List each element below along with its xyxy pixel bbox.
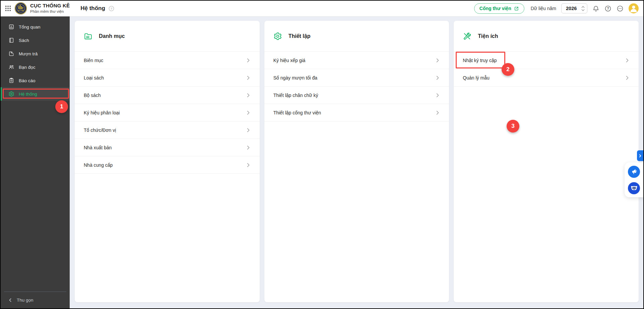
collapse-label: Thu gọn bbox=[17, 298, 34, 303]
chevron-left-icon bbox=[8, 298, 12, 302]
panel-title: Tiện ích bbox=[478, 33, 498, 39]
chevron-right-icon bbox=[435, 93, 440, 98]
more-options-icon[interactable] bbox=[617, 5, 624, 12]
brand-block: CỤC THỐNG KÊ Phần mềm thư viện bbox=[30, 3, 70, 14]
chevron-right-icon bbox=[246, 145, 251, 150]
annotation-step-badge: 1 bbox=[55, 100, 68, 113]
expand-side-drawer-button[interactable] bbox=[637, 150, 643, 161]
list-item[interactable]: Biên mục bbox=[75, 52, 260, 69]
sidebar-item-label: Tổng quan bbox=[19, 24, 41, 30]
chevron-right-icon bbox=[246, 163, 251, 167]
header-right-cluster: Cổng thư viện Dữ liệu năm 2026 bbox=[474, 3, 639, 14]
sidebar-item-label: Mượn trả bbox=[19, 51, 38, 56]
sidebar-menu: Tổng quanSáchMượn trảBạn đọcBáo cáoHệ th… bbox=[1, 16, 70, 101]
chevron-right-icon bbox=[435, 58, 440, 63]
sidebar-item-label: Báo cáo bbox=[19, 78, 36, 83]
panel-danh-muc: Danh mục Biên mụcLoại sáchBộ sáchKý hiệu… bbox=[75, 21, 260, 302]
help-circle-icon[interactable]: ? bbox=[604, 5, 611, 12]
sidebar-item-muon-tra[interactable]: Mượn trả bbox=[1, 47, 70, 60]
readers-icon bbox=[8, 64, 14, 70]
year-value: 2026 bbox=[566, 6, 577, 11]
list-item-label: Tổ chức/Đơn vị bbox=[84, 127, 116, 133]
sidebar-item-label: Hệ thống bbox=[19, 92, 37, 97]
list-item[interactable]: Tổ chức/Đơn vị bbox=[75, 121, 260, 139]
announcements-button[interactable] bbox=[628, 166, 640, 178]
notifications-bell-icon[interactable] bbox=[592, 5, 599, 12]
chevron-right-icon bbox=[246, 93, 251, 98]
list-item[interactable]: Nhà xuất bản bbox=[75, 139, 260, 156]
sidebar-item-tong-quan[interactable]: Tổng quan bbox=[1, 20, 70, 34]
list-item-label: Thiết lập cổng thư viện bbox=[273, 110, 321, 115]
folder-icon bbox=[84, 32, 92, 41]
list-item[interactable]: Thiết lập chân chữ ký bbox=[264, 87, 449, 104]
user-avatar[interactable] bbox=[629, 3, 639, 13]
list-item-label: Số ngày mượn tối đa bbox=[273, 75, 317, 81]
list-item-label: Nhật ký truy cập bbox=[463, 58, 497, 63]
book-icon bbox=[8, 37, 14, 43]
list-item-label: Ký hiệu phân loại bbox=[84, 110, 120, 115]
list-item[interactable]: Loại sách bbox=[75, 69, 260, 87]
list-item[interactable]: Số ngày mượn tối đa bbox=[264, 69, 449, 87]
chevron-right-icon bbox=[246, 75, 251, 80]
panel-thiet-lap: Thiết lập Ký hiệu xếp giáSố ngày mượn tố… bbox=[264, 21, 449, 302]
list-item[interactable]: Nhật ký truy cập bbox=[454, 52, 639, 69]
svg-text:?: ? bbox=[607, 7, 609, 10]
gear-icon bbox=[8, 91, 14, 97]
floating-support-panel bbox=[625, 162, 643, 197]
chevron-right-icon bbox=[435, 75, 440, 80]
megaphone-icon bbox=[630, 168, 638, 175]
svg-text:?: ? bbox=[111, 7, 113, 10]
tools-icon bbox=[463, 32, 471, 41]
panel-list: Ký hiệu xếp giáSố ngày mượn tối đaThiết … bbox=[264, 52, 449, 121]
page-title: Hệ thống bbox=[80, 5, 105, 12]
sidebar-collapse-button[interactable]: Thu gọn bbox=[1, 292, 70, 308]
panel-title: Danh mục bbox=[99, 33, 125, 39]
sidebar-item-label: Sách bbox=[19, 38, 29, 43]
list-item-label: Nhà xuất bản bbox=[84, 145, 112, 150]
list-item-label: Thiết lập chân chữ ký bbox=[273, 93, 318, 98]
list-item[interactable]: Bộ sách bbox=[75, 87, 260, 104]
list-item[interactable]: Nhà cung cấp bbox=[75, 156, 260, 174]
chevron-right-icon bbox=[246, 110, 251, 115]
library-portal-button[interactable]: Cổng thư viện bbox=[474, 3, 524, 14]
panel-list: Biên mụcLoại sáchBộ sáchKý hiệu phân loạ… bbox=[75, 52, 260, 174]
sidebar-item-he-thong[interactable]: Hệ thống bbox=[1, 87, 70, 101]
panel-tien-ich: Tiện ích Nhật ký truy cậpQuản lý mẫu bbox=[454, 21, 639, 302]
year-decrease-button[interactable] bbox=[581, 9, 585, 11]
chevron-right-icon bbox=[638, 154, 642, 158]
brand-subtitle: Phần mềm thư viện bbox=[30, 9, 70, 14]
header-left-cluster: CỤC THỐNG KÊ Phần mềm thư viện Hệ thống … bbox=[4, 2, 115, 15]
sidebar-item-label: Bạn đọc bbox=[19, 65, 36, 70]
panel-header: Danh mục bbox=[75, 21, 260, 52]
list-item[interactable]: Ký hiệu xếp giá bbox=[264, 52, 449, 69]
list-item-label: Bộ sách bbox=[84, 93, 101, 98]
panel-list: Nhật ký truy cậpQuản lý mẫu bbox=[454, 52, 639, 87]
chevron-right-icon bbox=[625, 75, 630, 80]
list-item[interactable]: Quản lý mẫu bbox=[454, 69, 639, 87]
list-item[interactable]: Thiết lập cổng thư viện bbox=[264, 104, 449, 121]
year-input[interactable]: 2026 bbox=[561, 3, 587, 13]
borrow-return-icon bbox=[8, 51, 14, 57]
external-link-icon bbox=[514, 6, 519, 11]
robot-icon bbox=[630, 184, 638, 192]
org-logo bbox=[14, 2, 27, 15]
chatbot-button[interactable] bbox=[628, 182, 640, 194]
list-item-label: Loại sách bbox=[84, 75, 104, 81]
year-increase-button[interactable] bbox=[581, 6, 585, 8]
chevron-right-icon bbox=[246, 128, 251, 133]
app-grid-icon[interactable] bbox=[5, 5, 11, 12]
panel-title: Thiết lập bbox=[288, 33, 311, 39]
sidebar-item-bao-cao[interactable]: Báo cáo bbox=[1, 74, 70, 87]
list-item[interactable]: Ký hiệu phân loại bbox=[75, 104, 260, 121]
list-item-label: Biên mục bbox=[84, 58, 103, 63]
sidebar-item-ban-doc[interactable]: Bạn đọc bbox=[1, 60, 70, 74]
report-icon bbox=[8, 78, 14, 84]
page-help-icon[interactable]: ? bbox=[108, 5, 115, 12]
sidebar-item-sach[interactable]: Sách bbox=[1, 34, 70, 47]
gear-icon bbox=[273, 32, 282, 41]
panel-header: Tiện ích bbox=[454, 21, 639, 52]
app-window: CỤC THỐNG KÊ Phần mềm thư viện Hệ thống … bbox=[0, 0, 644, 309]
data-year-label: Dữ liệu năm bbox=[531, 6, 556, 11]
chevron-right-icon bbox=[625, 58, 630, 63]
chevron-right-icon bbox=[435, 110, 440, 115]
